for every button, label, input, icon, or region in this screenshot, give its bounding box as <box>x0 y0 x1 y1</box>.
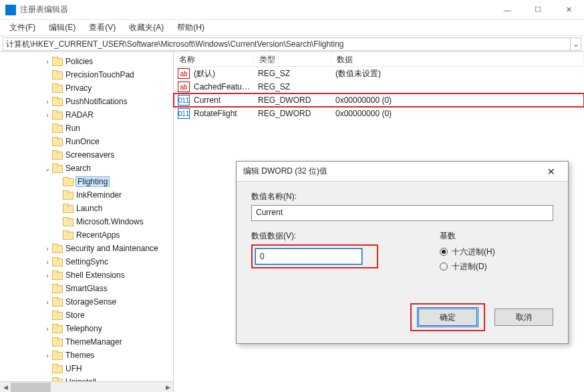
ok-button[interactable]: 确定 <box>418 309 477 326</box>
expand-icon[interactable]: › <box>43 258 52 266</box>
list-header: 名称 类型 数据 <box>174 52 584 67</box>
tree-node[interactable]: Flighting <box>0 175 173 188</box>
minimize-button[interactable]: — <box>492 0 523 20</box>
value-data-field[interactable] <box>255 248 362 264</box>
tree-node-label: StorageSense <box>65 297 116 307</box>
tree-node-label: ThemeManager <box>65 337 122 347</box>
folder-icon <box>52 244 63 253</box>
tree-node-label: Launch <box>76 204 102 213</box>
tree-node[interactable]: ThemeManager <box>0 335 173 349</box>
edit-dword-dialog: 编辑 DWORD (32 位)值 ✕ 数值名称(N): Current 数值数据… <box>236 161 569 344</box>
tree-node[interactable]: PrecisionTouchPad <box>0 68 173 81</box>
expand-icon[interactable]: ⌄ <box>43 165 52 172</box>
app-icon <box>5 5 16 15</box>
menu-help[interactable]: 帮助(H) <box>170 19 211 36</box>
tree-node[interactable]: ›PushNotifications <box>0 95 173 108</box>
tree-node-label: SmartGlass <box>65 284 108 293</box>
base-label: 基数 <box>440 230 553 242</box>
menu-edit[interactable]: 编辑(E) <box>42 19 82 36</box>
tree-node[interactable]: RunOnce <box>0 135 173 148</box>
menu-file[interactable]: 文件(F) <box>3 19 42 36</box>
tree-node[interactable]: UFH <box>0 362 173 375</box>
folder-icon <box>52 97 63 106</box>
title-bar: 注册表编辑器 — ☐ ✕ <box>0 0 584 20</box>
col-data[interactable]: 数据 <box>331 52 584 66</box>
tree-node[interactable]: ›Policies <box>0 55 173 68</box>
expand-icon[interactable]: › <box>43 58 52 65</box>
tree-node-label: Search <box>65 164 91 173</box>
tree-node-label: Flighting <box>76 177 109 186</box>
menu-view[interactable]: 查看(V) <box>82 19 122 36</box>
tree-node[interactable]: Launch <box>0 202 173 215</box>
tree-node-label: Shell Extensions <box>65 270 125 280</box>
dialog-close-icon[interactable]: ✕ <box>541 166 561 177</box>
radio-hex[interactable]: 十六进制(H) <box>440 244 553 259</box>
list-row[interactable]: 011RotateFlightREG_DWORD0x00000000 (0) <box>174 107 584 120</box>
expand-icon[interactable]: › <box>43 272 52 279</box>
tree-node-label: Microsoft.Windows <box>76 217 144 226</box>
expand-icon[interactable]: › <box>43 299 52 306</box>
tree-node-label: Themes <box>65 351 94 360</box>
value-name-field[interactable]: Current <box>251 205 553 221</box>
value-name-label: 数值名称(N): <box>251 191 553 202</box>
tree-node[interactable]: Run <box>0 122 173 135</box>
cell-type: REG_DWORD <box>255 95 333 105</box>
folder-icon <box>52 324 63 333</box>
tree-horizontal-scrollbar[interactable]: ◀ ▶ <box>0 381 173 392</box>
dialog-title-bar[interactable]: 编辑 DWORD (32 位)值 ✕ <box>237 162 568 182</box>
folder-icon <box>52 337 63 347</box>
col-type[interactable]: 类型 <box>254 52 331 66</box>
cell-data: (数值未设置) <box>333 68 584 79</box>
tree-node[interactable]: ›RADAR <box>0 108 173 122</box>
tree-node[interactable]: Store <box>0 309 173 322</box>
tree-node[interactable]: ⌄Search <box>0 162 173 175</box>
folder-icon <box>63 204 74 213</box>
maximize-button[interactable]: ☐ <box>523 0 553 20</box>
window-title: 注册表编辑器 <box>20 4 492 15</box>
tree-node[interactable]: Microsoft.Windows <box>0 215 173 228</box>
folder-icon <box>52 257 63 266</box>
expand-icon[interactable]: › <box>43 352 52 359</box>
tree-node[interactable]: SmartGlass <box>0 282 173 295</box>
expand-icon[interactable]: › <box>43 245 52 252</box>
close-button[interactable]: ✕ <box>553 0 584 20</box>
col-name[interactable]: 名称 <box>174 52 254 66</box>
radio-dec[interactable]: 十进制(D) <box>440 259 553 274</box>
address-path[interactable]: 计算机\HKEY_CURRENT_USER\Software\Microsoft… <box>3 37 571 51</box>
expand-icon[interactable]: › <box>43 98 52 106</box>
tree-node-label: PrecisionTouchPad <box>65 70 134 79</box>
tree-node[interactable]: ›Shell Extensions <box>0 268 173 282</box>
tree-pane: ›PoliciesPrecisionTouchPadPrivacy›PushNo… <box>0 52 174 392</box>
value-data-highlight <box>251 244 378 268</box>
tree-node[interactable]: ›Themes <box>0 349 173 362</box>
folder-icon <box>63 177 74 186</box>
menu-favorites[interactable]: 收藏夹(A) <box>122 19 170 36</box>
cell-name: RotateFlight <box>191 109 255 118</box>
cell-type: REG_SZ <box>255 82 333 91</box>
scroll-right-icon[interactable]: ▶ <box>162 382 173 393</box>
list-row[interactable]: 011CurrentREG_DWORD0x00000000 (0) <box>174 93 584 107</box>
string-value-icon: ab <box>178 81 190 92</box>
tree-node[interactable]: ›SettingSync <box>0 255 173 268</box>
radio-hex-icon <box>440 248 448 256</box>
expand-icon[interactable]: › <box>43 112 52 119</box>
tree-node[interactable]: ›Security and Maintenance <box>0 242 173 255</box>
tree-node-label: PushNotifications <box>65 97 128 106</box>
tree-node[interactable]: ›StorageSense <box>0 295 173 309</box>
cancel-button[interactable]: 取消 <box>494 309 553 326</box>
list-row[interactable]: ab(默认)REG_SZ(数值未设置) <box>174 67 584 80</box>
scroll-thumb[interactable] <box>11 383 51 392</box>
address-dropdown-icon[interactable]: ⌄ <box>571 37 581 51</box>
tree-node-label: Policies <box>65 57 93 66</box>
tree-node[interactable]: InkReminder <box>0 188 173 202</box>
scroll-left-icon[interactable]: ◀ <box>0 382 11 393</box>
expand-icon[interactable]: › <box>43 325 52 333</box>
tree-node[interactable]: Screensavers <box>0 148 173 162</box>
tree-list[interactable]: ›PoliciesPrecisionTouchPadPrivacy›PushNo… <box>0 52 173 392</box>
tree-node[interactable]: Privacy <box>0 81 173 95</box>
list-row[interactable]: abCachedFeature...REG_SZ <box>174 80 584 93</box>
tree-node[interactable]: ›Telephony <box>0 322 173 335</box>
folder-icon <box>52 124 63 133</box>
folder-icon <box>52 351 63 360</box>
tree-node[interactable]: RecentApps <box>0 228 173 242</box>
